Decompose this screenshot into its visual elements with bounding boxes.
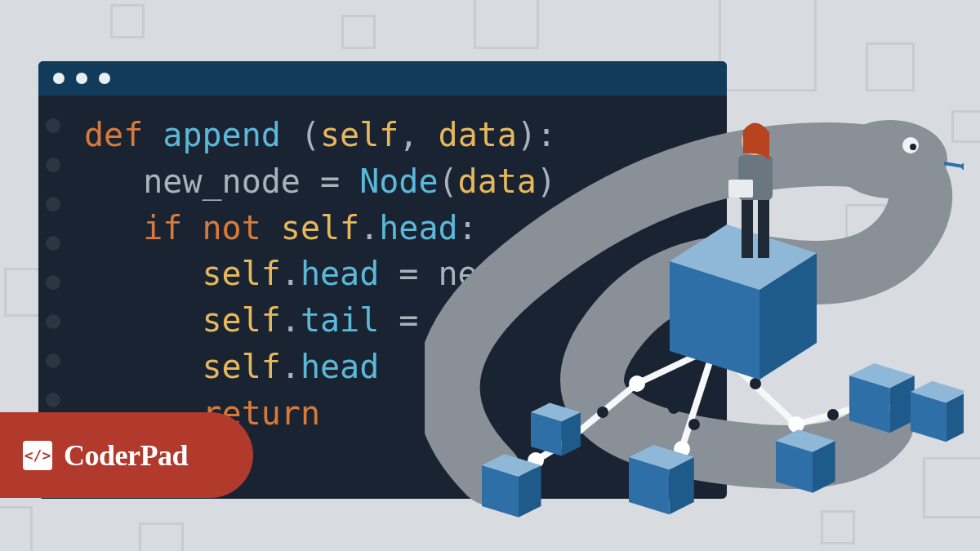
svg-line-4 xyxy=(715,347,796,424)
svg-marker-34 xyxy=(911,392,946,442)
snake-pupil xyxy=(910,144,916,150)
code-line: new_node = Node(data) xyxy=(84,158,727,205)
decorative-square xyxy=(821,510,855,544)
gutter-dot-icon xyxy=(46,118,60,133)
decorative-square xyxy=(341,15,376,49)
svg-marker-32 xyxy=(890,375,915,433)
decorative-square xyxy=(951,110,980,143)
snake-tongue xyxy=(944,157,964,178)
brand-name: CoderPad xyxy=(64,438,188,473)
person-with-laptop xyxy=(728,122,773,258)
code-line: if not self.head: xyxy=(84,205,727,251)
svg-point-13 xyxy=(891,402,902,414)
cube-small xyxy=(911,381,964,442)
decorative-square xyxy=(110,4,145,38)
svg-point-11 xyxy=(750,378,761,389)
decorative-square xyxy=(0,506,33,551)
code-line: self.tail = sel xyxy=(84,297,727,344)
svg-point-44 xyxy=(742,127,769,155)
gutter-dot-icon xyxy=(46,236,60,251)
traffic-light-close-icon xyxy=(53,73,65,84)
svg-line-5 xyxy=(796,404,870,424)
window-titlebar xyxy=(38,61,727,96)
brand-logo-glyph: </> xyxy=(24,447,51,464)
gutter-dot-icon xyxy=(46,393,60,407)
svg-point-16 xyxy=(862,396,878,412)
gutter-dot-icon xyxy=(46,197,60,211)
svg-rect-40 xyxy=(742,194,753,258)
svg-point-15 xyxy=(788,416,804,433)
decorative-square xyxy=(923,457,980,518)
decorative-square xyxy=(719,0,817,91)
svg-marker-36 xyxy=(911,381,964,402)
svg-rect-41 xyxy=(758,194,769,258)
snake-head xyxy=(833,120,947,198)
svg-marker-30 xyxy=(776,429,835,452)
svg-line-6 xyxy=(870,404,923,412)
svg-marker-28 xyxy=(776,441,813,493)
code-line: self.head = new xyxy=(84,251,727,297)
svg-rect-42 xyxy=(738,155,773,200)
gutter-dot-icon xyxy=(46,275,60,290)
brand-badge: </> CoderPad xyxy=(0,412,253,498)
svg-marker-29 xyxy=(813,441,835,493)
decorative-square xyxy=(845,204,886,245)
svg-marker-20 xyxy=(760,253,817,380)
gutter-dot-icon xyxy=(46,314,60,329)
svg-rect-43 xyxy=(728,180,753,198)
snake-eye xyxy=(902,137,919,153)
gutter-dot-icon xyxy=(46,158,60,172)
brand-logo-icon: </> xyxy=(23,441,52,470)
traffic-light-zoom-icon xyxy=(99,73,110,84)
traffic-light-minimize-icon xyxy=(76,73,87,84)
svg-marker-33 xyxy=(849,363,915,388)
cube-small xyxy=(776,429,835,493)
gutter-dot-icon xyxy=(46,353,60,368)
decorative-square xyxy=(866,42,915,91)
code-line: def append (self, data): xyxy=(84,112,727,158)
svg-marker-35 xyxy=(946,392,964,442)
decorative-square xyxy=(474,0,539,49)
svg-marker-31 xyxy=(849,375,890,433)
svg-point-12 xyxy=(827,409,839,420)
decorative-square xyxy=(139,522,184,551)
cube-small xyxy=(849,363,915,433)
code-line: self.head xyxy=(84,344,727,390)
